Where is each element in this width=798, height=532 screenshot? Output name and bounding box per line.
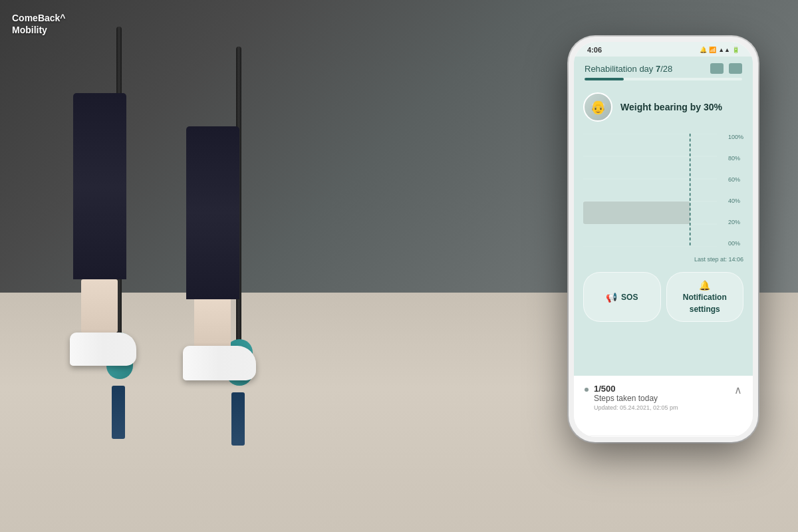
ankle-left	[81, 279, 118, 332]
y-label-80: 80%	[728, 155, 743, 162]
chart-area: 100% 80% 60% 40% 20% 00%	[574, 128, 753, 255]
avatar-message-row: 👴 Weight bearing by 30%	[574, 86, 753, 128]
progress-bar-container	[574, 78, 753, 86]
settings-icon[interactable]	[729, 63, 742, 74]
sos-label: SOS	[621, 293, 638, 302]
pants-right	[186, 126, 239, 299]
weight-chart	[583, 134, 743, 247]
steps-card: 1/500 Steps taken today Updated: 05.24.2…	[574, 376, 753, 436]
app-header: Rehabilitation day 7/28	[574, 57, 753, 78]
steps-header: 1/500 Steps taken today Updated: 05.24.2…	[585, 384, 742, 411]
signal-icon: ▲▲	[718, 47, 730, 53]
rehab-title: Rehabilitation day 7/28	[585, 64, 672, 74]
steps-dot	[585, 388, 589, 392]
phone-screen: 4:06 🔔 📶 ▲▲ 🔋 Rehabilitation day 7/28	[574, 42, 753, 437]
notification-settings-button[interactable]: 🔔 Notification settings	[666, 272, 744, 322]
action-buttons-row: 📢 SOS 🔔 Notification settings	[574, 267, 753, 327]
notification-icon: 🔔	[700, 47, 707, 53]
steps-label: Steps taken today	[594, 394, 678, 403]
steps-count: 1/500	[594, 384, 678, 394]
y-label-100: 100%	[728, 134, 743, 140]
avatar: 👴	[583, 92, 612, 122]
steps-info: 1/500 Steps taken today Updated: 05.24.2…	[585, 384, 678, 411]
pants-left	[73, 93, 126, 279]
sos-icon: 📢	[606, 292, 617, 303]
steps-updated: Updated: 05.24.2021, 02:05 pm	[594, 404, 678, 411]
rehab-total: 28	[663, 64, 672, 74]
y-label-40: 40%	[728, 198, 743, 204]
app-logo: ComeBack^ Mobility	[12, 12, 66, 36]
header-icons	[710, 63, 742, 74]
legs-area: ComeBackMobility ComeBackMobility	[40, 27, 492, 532]
crutch-left-foot	[112, 386, 125, 439]
shoe-left	[70, 332, 136, 366]
progress-bar-track	[585, 78, 742, 80]
notif-line1: Notification	[683, 293, 727, 303]
bell-icon: 🔔	[699, 279, 710, 291]
crutch-right-foot	[231, 392, 245, 446]
app-main-content: Rehabilitation day 7/28 👴 Weight bearing	[574, 57, 753, 376]
notif-line2: settings	[690, 305, 720, 315]
y-label-0: 00%	[728, 240, 743, 247]
avatar-emoji: 👴	[590, 99, 606, 115]
status-bar: 4:06 🔔 📶 ▲▲ 🔋	[574, 42, 753, 57]
bottom-navigation: 🏠 Home 📊 Analytics 👤 Profile	[574, 436, 753, 437]
logo-line1: ComeBack^	[12, 12, 66, 24]
sos-button[interactable]: 📢 SOS	[583, 272, 661, 322]
steps-data: 1/500 Steps taken today Updated: 05.24.2…	[594, 384, 678, 411]
phone-mockup: 4:06 🔔 📶 ▲▲ 🔋 Rehabilitation day 7/28	[569, 37, 758, 442]
expand-icon[interactable]: ∧	[734, 384, 742, 396]
status-time: 4:06	[587, 46, 602, 54]
ankle-right	[194, 299, 231, 346]
leg-left	[73, 93, 136, 366]
y-label-20: 20%	[728, 219, 743, 225]
leg-right	[186, 126, 256, 380]
battery-icon: 🔋	[732, 47, 739, 53]
y-label-60: 60%	[728, 176, 743, 183]
shoe-right	[183, 346, 256, 380]
last-step-text: Last step at: 14:06	[574, 255, 753, 267]
progress-bar-fill	[585, 78, 624, 80]
weight-bearing-message: Weight bearing by 30%	[620, 102, 722, 112]
status-icons: 🔔 📶 ▲▲ 🔋	[700, 47, 739, 53]
chart-y-labels: 100% 80% 60% 40% 20% 00%	[728, 134, 743, 247]
rehab-label: Rehabilitation day	[585, 64, 656, 74]
svg-rect-7	[583, 201, 690, 224]
wifi-icon: 📶	[709, 47, 716, 53]
camera-icon[interactable]	[710, 63, 724, 74]
logo-line2: Mobility	[12, 24, 66, 36]
